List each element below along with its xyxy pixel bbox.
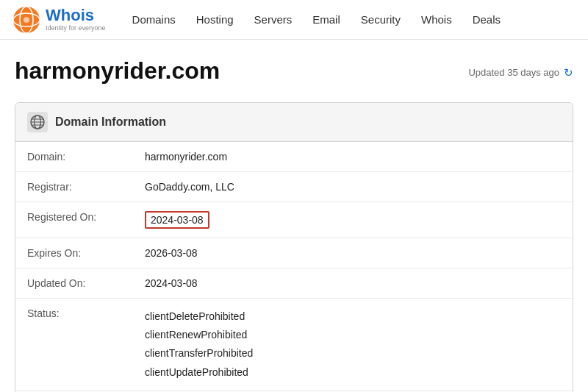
label-domain: Domain: — [15, 142, 133, 172]
domain-info-table: Domain: harmonyrider.com Registrar: GoDa… — [15, 142, 573, 392]
navigation: Whois Identity for everyone Domains Host… — [0, 0, 588, 40]
status-item-2: clientTransferProhibited — [145, 344, 561, 363]
label-updated-on: Updated On: — [15, 268, 133, 299]
label-status: Status: — [15, 299, 133, 391]
nav-link-email[interactable]: Email — [304, 9, 349, 30]
nav-item-deals[interactable]: Deals — [464, 13, 509, 26]
table-row-expires-on: Expires On: 2026-03-08 — [15, 238, 573, 268]
status-item-3: clientUpdateProhibited — [145, 363, 561, 382]
nav-link-domains[interactable]: Domains — [123, 9, 184, 30]
logo-text: Whois Identity for everyone — [46, 7, 106, 32]
updated-info: Updated 35 days ago ↻ — [468, 66, 573, 79]
nav-item-email[interactable]: Email — [304, 13, 349, 26]
refresh-icon[interactable]: ↻ — [564, 66, 573, 79]
label-expires-on: Expires On: — [15, 238, 133, 268]
nav-link-security[interactable]: Security — [352, 9, 409, 30]
card-header: Domain Information — [15, 103, 573, 142]
page-title: harmonyrider.com — [15, 57, 220, 85]
status-item-0: clientDeleteProhibited — [145, 307, 561, 326]
nav-link-whois[interactable]: Whois — [412, 9, 461, 30]
value-registered-on: 2024-03-08 — [133, 202, 573, 238]
value-expires-on: 2026-03-08 — [133, 238, 573, 268]
nav-item-hosting[interactable]: Hosting — [187, 13, 243, 26]
value-registrar: GoDaddy.com, LLC — [133, 172, 573, 202]
registered-date-highlight: 2024-03-08 — [145, 211, 209, 229]
value-status: clientDeleteProhibited clientRenewProhib… — [133, 299, 573, 391]
logo-icon — [12, 5, 41, 35]
label-registrar: Registrar: — [15, 172, 133, 202]
nav-item-domains[interactable]: Domains — [123, 13, 184, 26]
domain-info-card: Domain Information Domain: harmonyrider.… — [15, 102, 573, 392]
logo[interactable]: Whois Identity for everyone — [12, 5, 106, 35]
card-title: Domain Information — [55, 115, 166, 129]
updated-label: Updated 35 days ago — [468, 67, 559, 78]
svg-point-3 — [24, 17, 29, 23]
page-content: harmonyrider.com Updated 35 days ago ↻ D… — [0, 40, 588, 392]
nav-link-servers[interactable]: Servers — [245, 9, 301, 30]
logo-whois-label: Whois — [46, 7, 106, 24]
nav-link-deals[interactable]: Deals — [464, 9, 509, 30]
value-domain: harmonyrider.com — [133, 142, 573, 172]
nav-item-whois[interactable]: Whois — [412, 13, 461, 26]
table-row-registrar: Registrar: GoDaddy.com, LLC — [15, 172, 573, 202]
status-item-1: clientRenewProhibited — [145, 326, 561, 344]
www-icon — [27, 112, 48, 132]
nav-item-servers[interactable]: Servers — [245, 13, 301, 26]
table-row-updated-on: Updated On: 2024-03-08 — [15, 268, 573, 299]
nav-link-hosting[interactable]: Hosting — [187, 9, 243, 30]
table-row-registered-on: Registered On: 2024-03-08 — [15, 202, 573, 238]
nav-menu: Domains Hosting Servers Email Security W… — [123, 13, 509, 26]
nav-item-security[interactable]: Security — [352, 13, 409, 26]
table-row-domain: Domain: harmonyrider.com — [15, 142, 573, 172]
label-registered-on: Registered On: — [15, 202, 133, 238]
title-row: harmonyrider.com Updated 35 days ago ↻ — [15, 57, 573, 88]
value-updated-on: 2024-03-08 — [133, 268, 573, 299]
table-row-status: Status: clientDeleteProhibited clientRen… — [15, 299, 573, 391]
logo-tagline-label: Identity for everyone — [46, 25, 106, 32]
status-list: clientDeleteProhibited clientRenewProhib… — [145, 307, 561, 382]
